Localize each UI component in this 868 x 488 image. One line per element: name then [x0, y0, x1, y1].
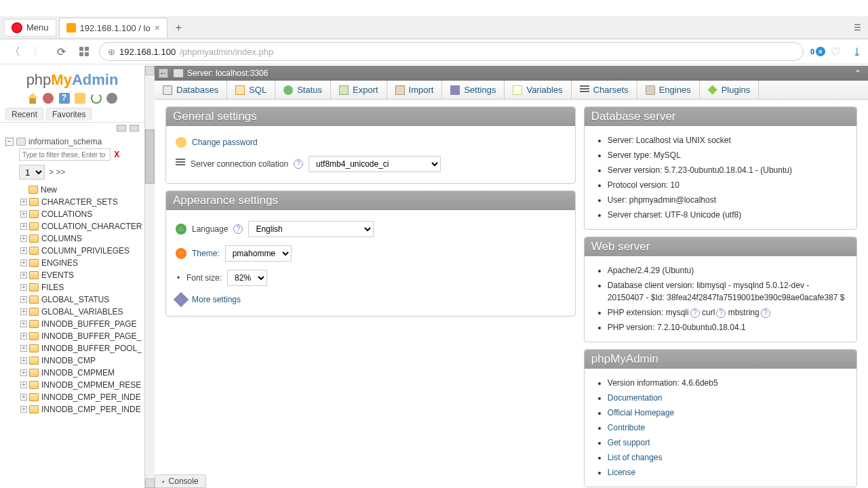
downloads-button[interactable]: ⤓ [852, 45, 861, 58]
tab-favicon [66, 23, 76, 33]
globe-icon: ⊕ [108, 47, 115, 57]
reload-button[interactable]: ⟳ [53, 43, 69, 60]
tab-close-button[interactable]: × [155, 22, 160, 33]
menu-label: Menu [26, 22, 49, 33]
back-button[interactable]: 〈 [7, 43, 23, 60]
browser-menu-button[interactable]: Menu [4, 19, 56, 37]
url-host: 192.168.1.100 [119, 47, 176, 57]
tabs-menu-icon[interactable]: ☰ [854, 23, 861, 33]
adblock-icon: × [816, 47, 825, 56]
browser-tab[interactable]: 192.168.1.100 / lo × [59, 18, 167, 37]
opera-icon [12, 22, 22, 33]
address-bar[interactable]: ⊕ 192.168.1.100/phpmyadmin/index.php [99, 42, 804, 61]
speed-dial-button[interactable] [76, 43, 92, 60]
bookmark-heart-icon[interactable]: ♡ [831, 45, 840, 58]
adblock-badge[interactable]: 0 × [810, 47, 825, 56]
new-tab-button[interactable]: + [170, 19, 187, 37]
url-path: /phpmyadmin/index.php [180, 47, 273, 57]
tab-title: 192.168.1.100 / lo [80, 23, 151, 33]
forward-button: 〉 [30, 43, 46, 60]
